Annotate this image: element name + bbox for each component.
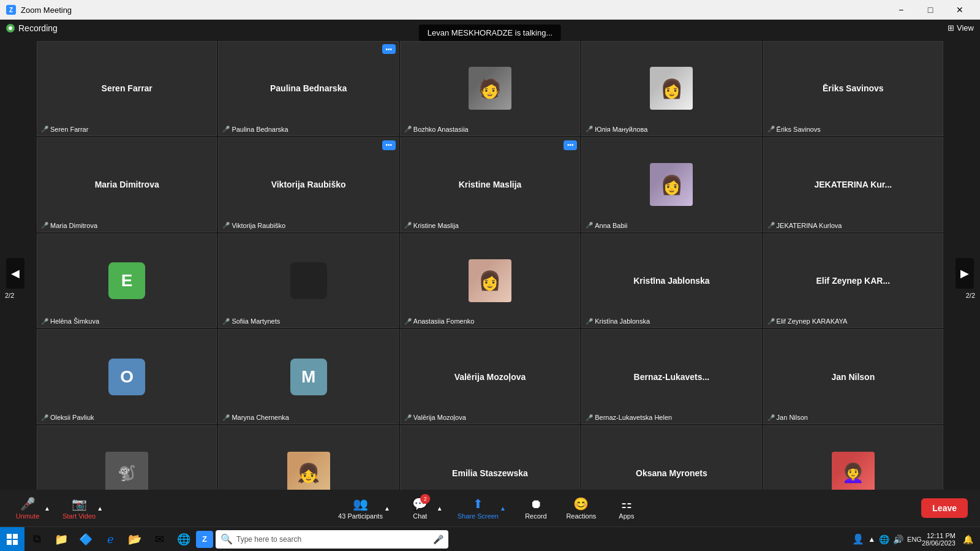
taskbar-app4[interactable]: 📂 (123, 527, 147, 552)
participant-name-18: Valērija Mozoļova (454, 372, 526, 382)
unmute-arrow[interactable]: ▲ (44, 505, 50, 512)
nav-prev-button[interactable]: ◀ (6, 258, 24, 289)
muted-mic-icon-19: 🎤 (586, 414, 593, 421)
participants-button[interactable]: 👥 43 Participants (338, 496, 383, 520)
photo-9: 👩 (650, 163, 693, 206)
name-label-4: 🎤Юлія Мануйлова (586, 126, 647, 133)
notification-center-icon[interactable]: 🔔 (956, 527, 980, 552)
title-bar: Z Zoom Meeting − □ ✕ (0, 0, 980, 20)
taskbar-app1[interactable]: 📁 (49, 527, 74, 552)
more-options-btn-7[interactable]: ••• (382, 140, 396, 150)
maximize-button[interactable]: □ (916, 0, 944, 20)
lang-label: ENG (907, 536, 922, 543)
taskbar-search-box[interactable]: 🔍 Type here to search 🎤 (216, 530, 448, 549)
chat-icon: 💬 2 (412, 496, 428, 511)
taskbar-app5[interactable]: ✉ (147, 527, 172, 552)
muted-mic-icon-8: 🎤 (404, 222, 412, 229)
nav-next-button[interactable]: ▶ (956, 258, 974, 289)
video-cell-1: Seren Farrar🎤Seren Farrar (37, 41, 217, 136)
name-label-5: 🎤Ēriks Savinovs (767, 126, 821, 133)
participant-name-20: Jan Nilson (831, 372, 875, 382)
chevron-icon[interactable]: ▲ (868, 535, 875, 544)
view-button[interactable]: ⊞ View (948, 23, 974, 32)
video-cell-12: 🎤Sofiia Martynets (218, 234, 398, 329)
more-options-btn-8[interactable]: ••• (564, 140, 577, 150)
name-label-13: 🎤Anastasiia Fomenko (404, 317, 475, 325)
unmute-button[interactable]: 🎤✕ Unmute (12, 496, 43, 520)
chat-button[interactable]: 💬 2 Chat (405, 496, 435, 520)
avatar-12 (290, 262, 327, 299)
chat-badge: 2 (420, 494, 430, 504)
participants-group: 👥 43 Participants ▲ (338, 496, 390, 520)
volume-icon[interactable]: 🔊 (893, 534, 903, 544)
muted-mic-icon-11: 🎤 (41, 318, 48, 325)
window-title: Zoom Meeting (21, 6, 72, 15)
toolbar-center: 👥 43 Participants ▲ 💬 2 Chat ▲ ⬆ Share S… (338, 496, 642, 520)
share-screen-arrow[interactable]: ▲ (500, 505, 506, 512)
name-label-15: 🎤Elif Zeynep KARAKAYA (767, 317, 848, 325)
share-screen-group: ⬆ Share Screen ▲ (458, 496, 506, 520)
mic-icon[interactable]: 🎤 (433, 534, 443, 544)
participant-name-1: Seren Farrar (102, 83, 153, 93)
video-cell-10: JEKATERINA Kur...🎤JEKATERINA Kurlova (763, 137, 943, 232)
start-video-group: 📷✕ Start Video ▲ (62, 496, 103, 520)
apps-button[interactable]: ⚏ Apps (611, 496, 642, 520)
video-cell-6: Maria Dimitrova🎤Maria Dimitrova (37, 137, 217, 232)
video-cell-13: 👩🎤Anastasiia Fomenko (400, 234, 580, 329)
video-cell-14: Kristīna Jablonska🎤Kristīna Jablonska (581, 234, 761, 329)
record-button[interactable]: ⏺ Record (521, 497, 551, 520)
video-icon: 📷✕ (72, 496, 87, 511)
muted-mic-icon-9: 🎤 (586, 222, 593, 229)
people-icon[interactable]: 👤 (852, 533, 864, 545)
participant-name-2: Paulina Bednarska (270, 83, 347, 93)
muted-mic-icon-18: 🎤 (404, 414, 412, 421)
name-label-20: 🎤Jan Nilson (767, 414, 808, 421)
muted-mic-icon-17: 🎤 (222, 414, 230, 421)
video-cell-2: •••Paulina Bednarska🎤Paulina Bednarska (218, 41, 398, 136)
video-grid: Seren Farrar🎤Seren Farrar•••Paulina Bedn… (37, 41, 943, 520)
video-arrow[interactable]: ▲ (97, 505, 103, 512)
name-label-12: 🎤Sofiia Martynets (222, 317, 280, 325)
taskbar-app3[interactable]: ℯ (98, 527, 123, 552)
record-icon: ⏺ (530, 497, 542, 511)
start-video-button[interactable]: 📷✕ Start Video (62, 496, 96, 520)
taskbar-search-placeholder: Type here to search (236, 535, 429, 544)
share-screen-icon: ⬆ (473, 496, 483, 511)
close-button[interactable]: ✕ (946, 0, 974, 20)
start-button[interactable] (0, 527, 24, 552)
nav-page-left: 2/2 (5, 292, 14, 299)
video-cell-19: Bernaz-Lukavets...🎤Bernaz-Lukavetska Hel… (581, 329, 761, 424)
minimize-button[interactable]: − (887, 0, 915, 20)
taskbar: ⧉ 📁 🔷 ℯ 📂 ✉ 🌐 Z 🔍 Type here to search 🎤 … (0, 526, 980, 551)
participants-arrow[interactable]: ▲ (384, 505, 390, 512)
name-label-1: 🎤Seren Farrar (41, 126, 88, 133)
photo-3: 🧑 (469, 67, 511, 110)
muted-mic-icon-20: 🎤 (767, 414, 775, 421)
video-cell-9: 👩🎤Anna Babii (581, 137, 761, 232)
leave-button[interactable]: Leave (921, 498, 968, 518)
video-cell-3: 🧑🎤Bozhko Anastasiia (400, 41, 580, 136)
task-view-icon[interactable]: ⧉ (24, 527, 49, 552)
reactions-icon: 😊 (573, 496, 589, 511)
taskbar-quick-icons: ⧉ 📁 🔷 ℯ 📂 ✉ 🌐 Z (24, 527, 213, 552)
taskbar-zoom-icon[interactable]: Z (196, 531, 213, 548)
video-cell-11: E🎤Helēna Šimkuva (37, 234, 217, 329)
chat-arrow[interactable]: ▲ (437, 505, 443, 512)
talking-indicator: Levan MESKHORADZE is talking... (419, 25, 561, 41)
taskbar-chrome-icon[interactable]: 🌐 (172, 527, 196, 552)
muted-mic-icon-12: 🎤 (222, 318, 230, 325)
participant-name-7: Viktorija Raubiško (271, 180, 346, 189)
participant-name-5: Ēriks Savinovs (823, 83, 884, 93)
reactions-button[interactable]: 😊 Reactions (566, 496, 597, 520)
muted-mic-icon-3: 🎤 (404, 126, 412, 132)
zoom-main-area: Recording Levan MESKHORADZE is talking..… (0, 20, 980, 526)
muted-mic-icon-10: 🎤 (767, 222, 775, 229)
taskbar-app2[interactable]: 🔷 (74, 527, 98, 552)
search-icon: 🔍 (221, 533, 233, 545)
muted-mic-icon-4: 🎤 (586, 126, 593, 132)
share-screen-button[interactable]: ⬆ Share Screen (458, 496, 499, 520)
name-label-16: 🎤Oleksii Pavliuk (41, 414, 94, 421)
more-options-btn-2[interactable]: ••• (382, 44, 396, 54)
participant-name-10: JEKATERINA Kur... (814, 180, 892, 189)
name-label-9: 🎤Anna Babii (586, 222, 627, 229)
